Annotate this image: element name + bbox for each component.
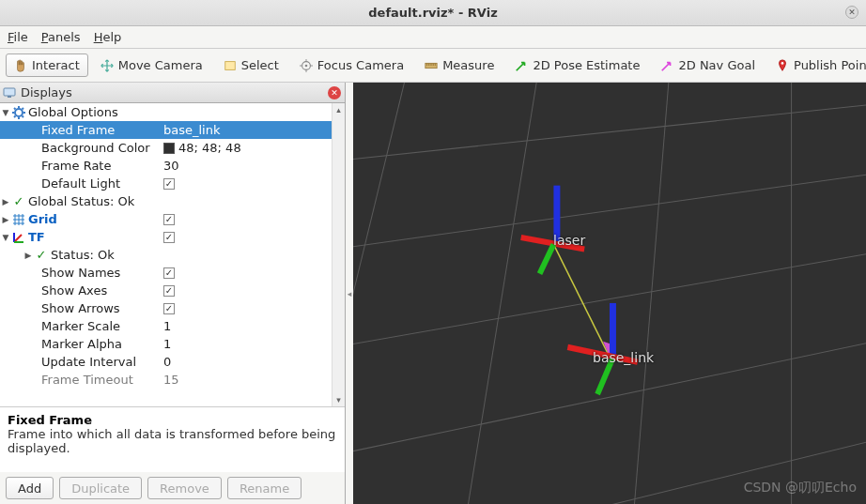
- add-button[interactable]: Add: [6, 477, 54, 499]
- scroll-up-icon[interactable]: ▴: [332, 103, 345, 116]
- move-arrows-icon: [101, 59, 114, 72]
- show-names-checkbox[interactable]: ✓: [163, 267, 175, 279]
- grid-overlay: [353, 83, 866, 504]
- tree-scrollbar[interactable]: ▴ ▾: [332, 103, 345, 406]
- crosshair-icon: [300, 59, 313, 72]
- tool-measure[interactable]: Measure: [416, 53, 503, 77]
- toolbar: Interact Move Camera Select Focus Camera…: [0, 49, 866, 83]
- displays-icon: [2, 85, 17, 100]
- tree-background-color[interactable]: Background Color 48; 48; 48: [0, 139, 345, 157]
- ruler-icon: [425, 59, 438, 72]
- background-color-value[interactable]: 48; 48; 48: [178, 141, 241, 155]
- remove-button[interactable]: Remove: [147, 477, 222, 499]
- help-panel: Fixed Frame Frame into which all data is…: [0, 406, 345, 472]
- frame-rate-label: Frame Rate: [39, 159, 111, 173]
- tf-label: TF: [26, 230, 45, 244]
- fixed-frame-label: Fixed Frame: [39, 123, 115, 137]
- axes-icon: [11, 230, 26, 245]
- svg-line-8: [353, 102, 866, 161]
- menu-help[interactable]: Help: [94, 30, 122, 44]
- show-axes-checkbox[interactable]: ✓: [163, 285, 175, 297]
- svg-point-2: [305, 64, 308, 67]
- menu-file[interactable]: File: [8, 30, 28, 44]
- grid-checkbox[interactable]: ✓: [163, 214, 175, 225]
- tf-checkbox[interactable]: ✓: [163, 232, 175, 243]
- rename-button[interactable]: Rename: [227, 477, 302, 499]
- tree-frame-rate[interactable]: Frame Rate 30: [0, 157, 345, 175]
- frame-rate-value[interactable]: 30: [163, 159, 179, 173]
- frame-timeout-label: Frame Timeout: [39, 373, 133, 387]
- svg-rect-0: [225, 61, 236, 69]
- tree-default-light[interactable]: Default Light ✓: [0, 175, 345, 192]
- help-title: Fixed Frame: [8, 413, 337, 427]
- tf-status-label: Status: Ok: [49, 248, 115, 262]
- splitter-handle[interactable]: ◂: [346, 83, 353, 504]
- marker-scale-label: Marker Scale: [39, 319, 120, 333]
- global-options-label: Global Options: [26, 105, 118, 119]
- window-close-button[interactable]: ✕: [845, 6, 858, 19]
- check-ok-icon: ✓: [11, 194, 26, 208]
- tool-focus-camera[interactable]: Focus Camera: [291, 53, 412, 77]
- caret-down-icon[interactable]: ▼: [0, 233, 11, 242]
- caret-right-icon[interactable]: ▶: [0, 215, 11, 224]
- tool-select[interactable]: Select: [215, 53, 287, 77]
- tool-interact[interactable]: Interact: [6, 53, 88, 77]
- global-status-label: Global Status: Ok: [26, 194, 134, 208]
- tool-move-camera[interactable]: Move Camera: [92, 53, 211, 77]
- tree-show-axes[interactable]: Show Axes ✓: [0, 282, 345, 299]
- displays-panel-title: Displays: [21, 85, 328, 99]
- caret-right-icon[interactable]: ▶: [23, 251, 34, 260]
- tool-interact-label: Interact: [32, 58, 80, 72]
- tree-show-arrows[interactable]: Show Arrows ✓: [0, 299, 345, 317]
- tree-show-names[interactable]: Show Names ✓: [0, 264, 345, 282]
- select-rect-icon: [224, 59, 237, 72]
- color-swatch[interactable]: [163, 143, 175, 154]
- update-interval-value[interactable]: 0: [163, 355, 171, 369]
- tree-tf[interactable]: ▼ TF ✓: [0, 228, 345, 246]
- menu-panels[interactable]: Panels: [41, 30, 81, 44]
- pin-icon: [776, 59, 789, 72]
- update-interval-label: Update Interval: [39, 355, 136, 369]
- duplicate-button[interactable]: Duplicate: [59, 477, 142, 499]
- tree-global-options[interactable]: ▼ Global Options: [0, 103, 345, 121]
- fixed-frame-value[interactable]: base_link: [163, 123, 220, 137]
- tree-marker-alpha[interactable]: Marker Alpha 1: [0, 335, 345, 353]
- caret-down-icon[interactable]: ▼: [0, 108, 11, 117]
- show-arrows-checkbox[interactable]: ✓: [163, 303, 175, 314]
- tree-grid[interactable]: ▶ Grid ✓: [0, 210, 345, 228]
- tool-publish-point[interactable]: Publish Point: [767, 53, 866, 77]
- grid-label: Grid: [26, 212, 57, 226]
- tool-move-camera-label: Move Camera: [118, 58, 203, 72]
- 3d-view[interactable]: laser base_link CSDN @叨叨Echo: [353, 83, 866, 504]
- displays-tree[interactable]: ▼ Global Options Fixed Frame base_link B…: [0, 103, 345, 406]
- caret-right-icon[interactable]: ▶: [0, 197, 11, 206]
- show-arrows-label: Show Arrows: [39, 301, 120, 315]
- svg-line-15: [633, 83, 671, 504]
- frame-label-base-link: base_link: [593, 350, 654, 365]
- panel-close-button[interactable]: ✕: [328, 86, 341, 99]
- tool-2d-pose-estimate[interactable]: 2D Pose Estimate: [506, 53, 648, 77]
- tree-frame-timeout[interactable]: Frame Timeout 15: [0, 371, 345, 389]
- default-light-label: Default Light: [39, 176, 120, 191]
- tree-update-interval[interactable]: Update Interval 0: [0, 353, 345, 371]
- tree-global-status[interactable]: ▶ ✓ Global Status: Ok: [0, 192, 345, 210]
- tree-marker-scale[interactable]: Marker Scale 1: [0, 317, 345, 335]
- frame-timeout-value[interactable]: 15: [163, 373, 179, 387]
- window-title: default.rviz* - RViz: [368, 6, 497, 20]
- tool-publish-point-label: Publish Point: [794, 58, 866, 72]
- arrow-pink-icon: [660, 59, 673, 72]
- svg-point-4: [781, 62, 784, 65]
- tree-tf-status[interactable]: ▶ ✓ Status: Ok: [0, 246, 345, 264]
- help-description: Frame into which all data is transformed…: [8, 427, 337, 455]
- scroll-down-icon[interactable]: ▾: [332, 393, 345, 406]
- tool-2d-pose-label: 2D Pose Estimate: [533, 58, 640, 72]
- displays-panel-header[interactable]: Displays ✕: [0, 83, 345, 103]
- tree-fixed-frame[interactable]: Fixed Frame base_link: [0, 121, 345, 139]
- tool-2d-nav-goal[interactable]: 2D Nav Goal: [652, 53, 764, 77]
- marker-scale-value[interactable]: 1: [163, 319, 171, 333]
- marker-alpha-value[interactable]: 1: [163, 337, 171, 351]
- marker-alpha-label: Marker Alpha: [39, 337, 122, 351]
- watermark: CSDN @叨叨Echo: [744, 480, 857, 496]
- default-light-checkbox[interactable]: ✓: [163, 178, 175, 190]
- tool-select-label: Select: [241, 58, 279, 72]
